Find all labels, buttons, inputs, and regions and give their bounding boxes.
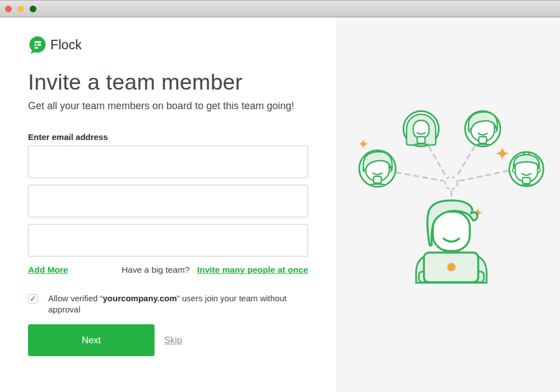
avatar-man-right xyxy=(508,152,544,198)
domain-approval-row: ✓ Allow verified “yourcompany.com” users… xyxy=(28,293,308,315)
checkmark-icon: ✓ xyxy=(30,295,36,303)
sparkle-icon xyxy=(496,147,509,160)
sparkle-icon xyxy=(358,139,368,149)
main-content: Flock Invite a team member Get all your … xyxy=(0,17,560,392)
invite-links-row: Add More Have a big team? Invite many pe… xyxy=(28,265,308,275)
email-input-1[interactable] xyxy=(28,146,308,178)
bulk-invite-link[interactable]: Invite many people at once xyxy=(197,265,308,274)
network-hub xyxy=(445,177,458,189)
page-subtitle: Get all your team members on board to ge… xyxy=(28,100,308,112)
checkbox-domain: yourcompany.com xyxy=(103,293,177,303)
app-window: Flock Invite a team member Get all your … xyxy=(0,0,560,392)
avatar-man-top-right xyxy=(465,111,501,158)
big-team-group: Have a big team? Invite many people at o… xyxy=(122,265,308,275)
zoom-light-icon[interactable] xyxy=(30,6,36,12)
actions-row: Next Skip xyxy=(28,324,308,356)
network-connectors xyxy=(396,147,508,205)
next-button[interactable]: Next xyxy=(28,324,155,356)
domain-approval-checkbox[interactable]: ✓ xyxy=(28,294,38,304)
big-team-question: Have a big team? xyxy=(122,265,190,274)
laptop-logo-dot xyxy=(447,263,456,272)
page-title: Invite a team member xyxy=(28,71,308,95)
traffic-lights xyxy=(5,6,36,12)
invite-form-panel: Flock Invite a team member Get all your … xyxy=(0,17,336,392)
avatar-man-left xyxy=(360,151,396,198)
person-at-laptop xyxy=(416,200,487,283)
titlebar xyxy=(0,0,560,17)
add-more-link[interactable]: Add More xyxy=(28,265,68,275)
checkbox-text-before: Allow verified “ xyxy=(48,293,103,303)
email-input-3[interactable] xyxy=(28,224,308,256)
email-input-2[interactable] xyxy=(28,185,308,217)
email-label: Enter email address xyxy=(28,132,308,142)
flock-speech-bubble-icon xyxy=(28,36,46,54)
skip-link[interactable]: Skip xyxy=(164,335,182,346)
minimize-light-icon[interactable] xyxy=(17,6,24,12)
close-light-icon[interactable] xyxy=(5,6,12,12)
illustration-panel xyxy=(336,17,560,392)
brand-logo: Flock xyxy=(28,36,308,54)
brand-name: Flock xyxy=(50,38,82,53)
domain-approval-label: Allow verified “yourcompany.com” users j… xyxy=(48,293,307,315)
team-illustration xyxy=(336,17,560,392)
avatar-woman xyxy=(403,111,439,158)
